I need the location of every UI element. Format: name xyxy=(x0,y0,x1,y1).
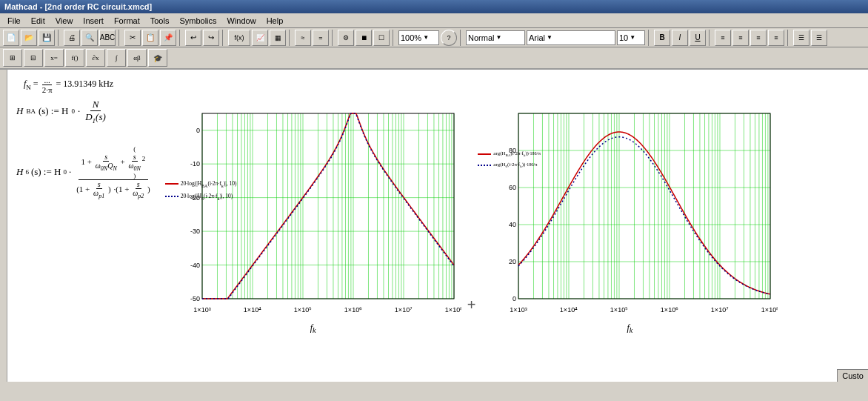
align-justify-btn[interactable]: ≡ xyxy=(768,30,784,46)
fn-fraction: ... 2·π xyxy=(41,76,54,94)
sep7 xyxy=(393,30,395,46)
math-btn-8[interactable]: 🎓 xyxy=(148,49,167,67)
custom-badge: Custo xyxy=(837,369,868,382)
menu-help[interactable]: Help xyxy=(262,16,288,26)
matrix-btn[interactable]: ▦ xyxy=(270,30,286,46)
left-legend: 20·log(|HBA(i·2π·fk)|, 10) 20·log(|H6(i·… xyxy=(165,180,237,200)
right-chart-container: arg(HBA(i·2π·fk))·180/π arg(H6(i·2π·fk))… xyxy=(481,106,778,334)
fn-value: = 13.91349 kHz xyxy=(56,79,113,89)
math-btn-4[interactable]: f() xyxy=(65,49,84,67)
bode-phase-chart[interactable] xyxy=(481,106,778,321)
undo-btn[interactable]: ↩ xyxy=(185,30,201,46)
hba-formula: HBA (s) := H0 · N D1(s) xyxy=(16,99,153,125)
sep4 xyxy=(222,30,225,46)
math-btn-2[interactable]: ⊟ xyxy=(24,49,43,67)
bode-magnitude-chart[interactable] xyxy=(165,106,461,321)
redo-btn[interactable]: ↪ xyxy=(203,30,219,46)
right-legend: arg(HBA(i·2π·fk))·180/π arg(H6(i·2π·fk))… xyxy=(478,150,541,169)
help-btn[interactable]: ? xyxy=(441,30,457,46)
stop-btn[interactable]: ⏹ xyxy=(355,30,372,46)
left-xaxis-label: fk xyxy=(165,322,461,334)
copy-btn[interactable]: 📋 xyxy=(142,30,158,46)
worksheet: fN = ... 2·π = 13.91349 kHz HBA (s) := H… xyxy=(7,70,868,382)
spell-btn[interactable]: ABC xyxy=(99,30,116,46)
math-btn-1[interactable]: ⊞ xyxy=(3,49,22,67)
align-right-btn[interactable]: ≡ xyxy=(750,30,767,46)
sep11 xyxy=(787,30,790,46)
menu-symbolics[interactable]: Symbolics xyxy=(175,16,221,26)
right-xaxis-label: fk xyxy=(481,322,778,334)
fn-eq: = xyxy=(33,79,41,89)
menu-format[interactable]: Format xyxy=(110,16,144,26)
bold-btn[interactable]: B xyxy=(654,30,670,46)
fn-sub: N xyxy=(26,84,31,91)
sep2 xyxy=(118,30,121,46)
math-btn-6[interactable]: ∫ xyxy=(107,49,126,67)
open-btn[interactable]: 📂 xyxy=(21,30,37,46)
new-btn[interactable]: 📄 xyxy=(3,30,19,46)
menu-window[interactable]: Window xyxy=(223,16,261,26)
content-area: fN = ... 2·π = 13.91349 kHz HBA (s) := H… xyxy=(0,70,868,382)
size-dropdown[interactable]: 10 ▼ xyxy=(617,30,645,45)
menu-insert[interactable]: Insert xyxy=(79,16,108,26)
preview-btn[interactable]: 🔍 xyxy=(81,30,98,46)
chart-separator: + xyxy=(467,296,476,314)
save-btn[interactable]: 💾 xyxy=(39,30,55,46)
sep6 xyxy=(332,30,335,46)
print-btn[interactable]: 🖨 xyxy=(64,30,80,46)
menu-tools[interactable]: Tools xyxy=(146,16,174,26)
align-center-btn[interactable]: ≡ xyxy=(732,30,749,46)
menu-bar: File Edit View Insert Format Tools Symbo… xyxy=(0,13,868,28)
left-chart-container: 20·log(|HBA(i·2π·fk)|, 10) 20·log(|H6(i·… xyxy=(165,106,461,334)
sep8 xyxy=(460,30,463,46)
style-dropdown[interactable]: Normal ▼ xyxy=(466,30,525,45)
menu-edit[interactable]: Edit xyxy=(27,16,50,26)
sep9 xyxy=(648,30,651,46)
math-toolbar: ⊞ ⊟ x= f() ∂x ∫ αβ 🎓 xyxy=(0,47,868,70)
title-bar: Mathcad - [2nd order RC circuit.xmcd] xyxy=(0,0,868,13)
sep5 xyxy=(289,30,292,46)
paste-btn[interactable]: 📌 xyxy=(160,30,176,46)
math-btn-5[interactable]: ∂x xyxy=(86,49,105,67)
sep10 xyxy=(709,30,712,46)
sym-btn[interactable]: ≈ xyxy=(295,30,311,46)
math-btn-3[interactable]: x= xyxy=(44,49,64,67)
math-btn-7[interactable]: αβ xyxy=(127,49,147,67)
calc-btn[interactable]: ⚙ xyxy=(338,30,354,46)
sep3 xyxy=(179,30,182,46)
sep1 xyxy=(58,30,61,46)
plot-btn[interactable]: 📈 xyxy=(252,30,268,46)
bullet-btn[interactable]: ☰ xyxy=(793,30,809,46)
left-panel xyxy=(0,70,7,382)
h6-formula: H6 (s) := H0· 1 + s ω0NQN xyxy=(16,145,153,199)
menu-file[interactable]: File xyxy=(3,16,25,26)
zoom-btn[interactable]: ☐ xyxy=(373,30,390,46)
menu-view[interactable]: View xyxy=(51,16,78,26)
eval-btn[interactable]: = xyxy=(313,30,329,46)
title-text: Mathcad - [2nd order RC circuit.xmcd] xyxy=(4,2,152,11)
cut-btn[interactable]: ✂ xyxy=(124,30,141,46)
number-btn[interactable]: ☰ xyxy=(811,30,827,46)
toolbar-1: 📄 📂 💾 🖨 🔍 ABC ✂ 📋 📌 ↩ ↪ f(x) 📈 ▦ ≈ = ⚙ ⏹… xyxy=(0,28,868,47)
align-left-btn[interactable]: ≡ xyxy=(715,30,731,46)
italic-btn[interactable]: I xyxy=(672,30,688,46)
font-dropdown[interactable]: Arial ▼ xyxy=(527,30,615,45)
underline-btn[interactable]: U xyxy=(690,30,706,46)
insert-btn[interactable]: f(x) xyxy=(228,30,250,46)
zoom-dropdown[interactable]: 100% ▼ xyxy=(398,30,439,45)
